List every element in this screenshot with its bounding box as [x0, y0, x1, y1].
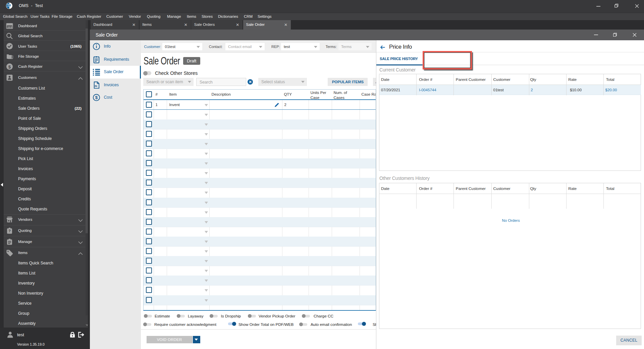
svg-text:?: ?	[8, 229, 11, 233]
svg-text:$: $	[8, 64, 11, 69]
svg-text:IN: IN	[95, 85, 97, 88]
svg-text:$: $	[95, 95, 98, 100]
